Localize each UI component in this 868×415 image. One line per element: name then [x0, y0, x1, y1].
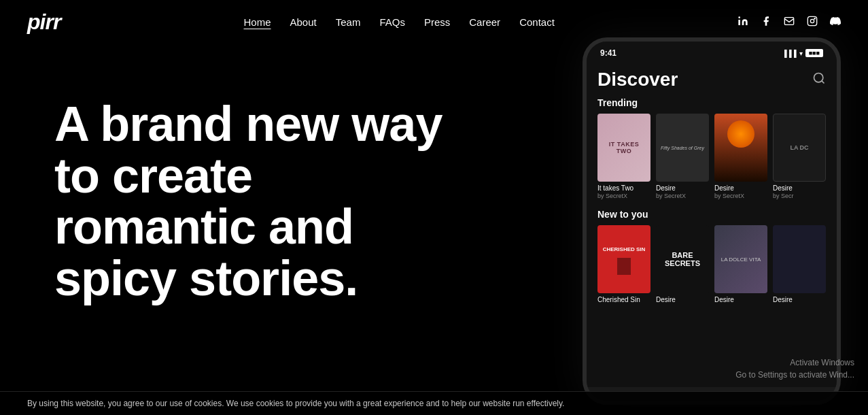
- book-title-1: It takes Two: [597, 184, 650, 193]
- app-discover-title: Discover: [597, 69, 678, 90]
- svg-point-3: [810, 19, 814, 22]
- hero-text-block: A brand new way to create romantic and s…: [54, 58, 487, 304]
- battery-icon: ■■■: [805, 49, 823, 57]
- book-card-4[interactable]: LA DC Desire by Secr: [773, 114, 826, 199]
- app-screen: Discover Trending IT TAKES TWO It takes …: [587, 61, 837, 387]
- activate-line1: Activate Windows: [735, 356, 854, 369]
- book-author-3: by SecretX: [714, 193, 767, 199]
- activate-line2: Go to Settings to activate Wind...: [735, 369, 854, 381]
- nav-home[interactable]: Home: [244, 16, 271, 28]
- book-card-1[interactable]: IT TAKES TWO It takes Two by SecretX: [597, 114, 650, 199]
- book-card-7[interactable]: LA DOLCE VITA Desire: [714, 225, 767, 304]
- header: pirr Home About Team FAQs Press Career C…: [0, 0, 868, 44]
- new-books-grid: Cherished Sin Cherished Sin BARE SECRETS…: [597, 225, 826, 304]
- phone-frame: 9:41 ▐▐▐ ▾ ■■■ Discover Trending: [583, 37, 841, 405]
- hero-section: A brand new way to create romantic and s…: [0, 44, 868, 304]
- trending-label: Trending: [597, 97, 826, 108]
- book-title-7: Desire: [714, 296, 767, 304]
- signal-icon: ▐▐▐: [782, 50, 796, 57]
- book-title-4: Desire: [773, 184, 826, 193]
- cookie-banner: By using this website, you agree to our …: [0, 391, 868, 415]
- phone-mockup: 9:41 ▐▐▐ ▾ ■■■ Discover Trending: [583, 37, 868, 405]
- nav-about[interactable]: About: [290, 16, 317, 28]
- svg-point-5: [814, 73, 823, 82]
- svg-rect-1: [784, 17, 793, 24]
- mail-icon[interactable]: [784, 16, 795, 29]
- discord-icon[interactable]: [830, 16, 841, 29]
- facebook-icon[interactable]: [761, 16, 771, 29]
- main-nav: Home About Team FAQs Press Career Contac…: [244, 16, 555, 28]
- new-to-you-label: New to you: [597, 209, 826, 220]
- book-title-6: Desire: [656, 296, 709, 304]
- activate-windows-watermark: Activate Windows Go to Settings to activ…: [735, 356, 854, 381]
- book-card-3[interactable]: Desire by SecretX: [714, 114, 767, 199]
- book-cover-7: LA DOLCE VITA: [714, 225, 767, 293]
- nav-faqs[interactable]: FAQs: [379, 16, 405, 28]
- book-card-8[interactable]: Desire: [773, 225, 826, 304]
- phone-time: 9:41: [600, 48, 617, 58]
- book-author-1: by SecretX: [597, 193, 650, 199]
- app-header: Discover: [597, 69, 826, 90]
- book-cover-3: [714, 114, 767, 182]
- phone-status-bar: 9:41 ▐▐▐ ▾ ■■■: [587, 42, 837, 61]
- book-title-2: Desire: [656, 184, 709, 193]
- status-icons: ▐▐▐ ▾ ■■■: [782, 49, 823, 57]
- trending-grid: IT TAKES TWO It takes Two by SecretX Fif…: [597, 114, 826, 199]
- book-cover-1: IT TAKES TWO: [597, 114, 650, 182]
- book-card-5[interactable]: Cherished Sin Cherished Sin: [597, 225, 650, 304]
- social-icons: [737, 16, 841, 29]
- wifi-icon: ▾: [799, 50, 803, 57]
- book-author-4: by Secr: [773, 193, 826, 199]
- book-title-8: Desire: [773, 296, 826, 304]
- book-card-2[interactable]: Fifty Shades of Grey Desire by SecretX: [656, 114, 709, 199]
- linkedin-icon[interactable]: [737, 16, 748, 29]
- book-title-3: Desire: [714, 184, 767, 193]
- book-cover-4: LA DC: [773, 114, 826, 182]
- book-cover-2: Fifty Shades of Grey: [656, 114, 709, 182]
- svg-point-4: [814, 18, 815, 18]
- book-cover-8: [773, 225, 826, 293]
- svg-rect-2: [808, 16, 816, 25]
- nav-career[interactable]: Career: [469, 16, 500, 28]
- app-search-icon[interactable]: [812, 71, 826, 88]
- book-cover-6: BARE SECRETS: [656, 225, 709, 293]
- logo[interactable]: pirr: [27, 10, 60, 35]
- book-author-2: by SecretX: [656, 193, 709, 199]
- cookie-text: By using this website, you agree to our …: [27, 399, 564, 408]
- svg-line-6: [822, 80, 824, 83]
- nav-contact[interactable]: Contact: [519, 16, 555, 28]
- book-card-6[interactable]: BARE SECRETS Desire: [656, 225, 709, 304]
- hero-headline: A brand new way to create romantic and s…: [54, 99, 449, 304]
- instagram-icon[interactable]: [807, 16, 818, 29]
- book-title-5: Cherished Sin: [597, 296, 650, 304]
- nav-team[interactable]: Team: [336, 16, 361, 28]
- nav-press[interactable]: Press: [424, 16, 450, 28]
- svg-point-0: [738, 16, 740, 18]
- book-cover-5: Cherished Sin: [597, 225, 650, 293]
